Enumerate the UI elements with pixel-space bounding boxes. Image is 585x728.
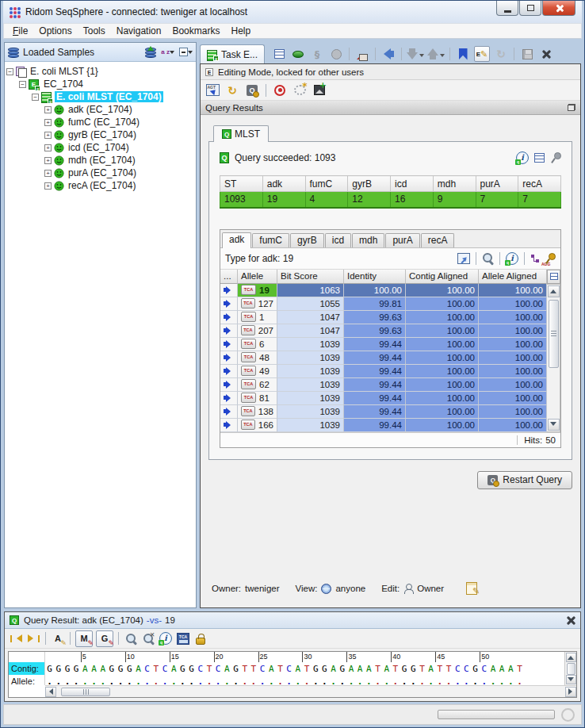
save-button[interactable] <box>519 46 535 62</box>
gene-tab-adk[interactable]: adk <box>222 232 251 248</box>
st-result-row[interactable]: 10931941216977 <box>220 192 561 208</box>
tree-item-mlst-selected[interactable]: q E. coli MLST (EC_1704) <box>6 90 194 103</box>
allele-table-scrollbar[interactable] <box>547 284 560 432</box>
scroll-up-button[interactable] <box>548 285 560 297</box>
allele-row[interactable]: TCA207104799.63100.00100.00 <box>220 324 547 338</box>
add-image-button[interactable] <box>312 82 327 98</box>
scrollbar-thumb[interactable] <box>61 688 110 696</box>
goto-arrow-icon[interactable] <box>224 367 235 375</box>
tree-item-gene[interactable]: icd (EC_1704) <box>6 141 194 154</box>
goto-arrow-icon[interactable] <box>224 286 235 294</box>
allele-col-identity[interactable]: Identity <box>344 270 406 284</box>
expander-icon[interactable] <box>44 182 52 190</box>
expander-icon[interactable] <box>19 81 26 88</box>
load-samples-icon[interactable] <box>145 48 156 57</box>
st-col-gyrB[interactable]: gyrB <box>348 176 391 192</box>
goto-arrow-icon[interactable] <box>224 394 235 402</box>
alignment-info-button[interactable]: i <box>159 631 173 646</box>
menu-item-navigation[interactable]: Navigation <box>111 25 167 37</box>
allele-row[interactable]: TCA49103999.44100.00100.00 <box>220 365 547 378</box>
expander-icon[interactable] <box>44 132 52 139</box>
goto-arrow-icon[interactable] <box>224 300 235 308</box>
target-button[interactable] <box>272 82 288 98</box>
allele-row[interactable]: TCA166103999.44100.00100.00 <box>220 419 547 432</box>
tree-item-gene[interactable]: mdh (EC_1704) <box>6 154 194 167</box>
search-button[interactable] <box>482 252 494 264</box>
globe-upload-button[interactable] <box>290 46 306 62</box>
tree-item-project[interactable]: E. coli MLST {1} <box>6 65 194 78</box>
expander-icon[interactable] <box>44 170 52 177</box>
auto-annotate-button[interactable] <box>292 82 308 98</box>
allele-row[interactable]: TCA1104799.63100.00100.00 <box>220 311 547 324</box>
st-col-recA[interactable]: recA <box>518 176 561 192</box>
tree-item-gene[interactable]: purA (EC_1704) <box>6 167 194 179</box>
gene-tab-icd[interactable]: icd <box>325 233 351 247</box>
goto-arrow-icon[interactable] <box>224 381 235 389</box>
tree-item-gene[interactable]: recA (EC_1704) <box>6 179 194 192</box>
tree-item-sample[interactable]: q EC_1704 <box>6 78 194 90</box>
gene-tab-recA[interactable]: recA <box>421 233 455 247</box>
next-bookmark-button[interactable] <box>407 46 424 62</box>
menu-item-bookmarks[interactable]: Bookmarks <box>166 25 225 37</box>
zoom-reset-button[interactable]: ✕ <box>141 631 155 646</box>
next-difference-button[interactable] <box>26 631 40 646</box>
gene-tab-gyrB[interactable]: gyrB <box>290 233 324 247</box>
export-chart-button[interactable] <box>457 253 470 264</box>
table-upload-button[interactable] <box>271 46 287 62</box>
expander-icon[interactable] <box>44 119 52 126</box>
tree-compare-button[interactable] <box>530 253 541 264</box>
trace-button[interactable]: TCA <box>241 312 256 322</box>
allele-row[interactable]: TCA62103999.44100.00100.00 <box>220 378 547 392</box>
pin-icon[interactable] <box>550 152 561 163</box>
trace-button[interactable]: TCA <box>241 406 255 416</box>
home-button[interactable] <box>354 46 370 62</box>
trace-button[interactable]: TCA <box>241 325 255 335</box>
scrollbar-thumb[interactable] <box>549 300 559 368</box>
menu-item-file[interactable]: File <box>7 25 33 37</box>
scroll-left-button[interactable] <box>45 687 56 697</box>
trace-button[interactable]: TCA <box>241 379 256 389</box>
mutation-toggle-button[interactable]: M✎ <box>75 630 93 647</box>
st-col-fumC[interactable]: fumC <box>305 176 348 192</box>
expander-icon[interactable] <box>44 157 52 164</box>
gene-tab-purA[interactable]: purA <box>385 233 419 247</box>
edit-mode-button[interactable]: E✎ <box>474 46 490 62</box>
sort-az-button[interactable]: a z <box>161 48 174 56</box>
allele-col-contigaligned[interactable]: Contig Aligned <box>406 270 479 284</box>
edit-permissions-button[interactable] <box>466 582 477 595</box>
expander-icon[interactable] <box>32 94 39 101</box>
allele-row[interactable]: TCA191063100.00100.00100.00 <box>220 284 547 297</box>
restore-panel-icon[interactable] <box>568 104 575 111</box>
trace-button[interactable]: TCA <box>241 352 256 362</box>
st-col-adk[interactable]: adk <box>262 176 305 192</box>
trace-button[interactable]: TCA <box>241 366 256 376</box>
goto-arrow-icon[interactable] <box>224 340 235 348</box>
menu-item-tools[interactable]: Tools <box>78 25 111 37</box>
menu-item-options[interactable]: Options <box>33 25 77 37</box>
query-settings-button[interactable]: Q <box>244 82 260 98</box>
tree-item-gene[interactable]: gyrB (EC_1704) <box>6 128 194 141</box>
allele-row[interactable]: TCA138103999.44100.00100.00 <box>220 405 547 419</box>
allele-row[interactable]: TCA48103999.44100.00100.00 <box>220 351 547 365</box>
st-col-purA[interactable]: purA <box>476 176 518 192</box>
refresh-button[interactable]: ↻ <box>493 46 509 62</box>
prev-bookmark-button[interactable] <box>427 46 445 62</box>
close-button[interactable] <box>542 1 575 16</box>
allele-col-[interactable]: ... <box>220 270 238 284</box>
menu-item-help[interactable]: Help <box>225 25 256 37</box>
scroll-down-button[interactable] <box>548 419 560 431</box>
st-col-ST[interactable]: ST <box>220 176 263 192</box>
trace-button[interactable]: TCA <box>241 285 256 295</box>
goto-arrow-icon[interactable] <box>224 313 235 321</box>
gene-toggle-button[interactable]: G✎ <box>96 630 113 647</box>
st-col-icd[interactable]: icd <box>391 176 434 192</box>
allele-row[interactable]: TCA127105599.81100.00100.00 <box>220 297 547 311</box>
sequence-vscrollbar[interactable] <box>564 652 576 685</box>
maximize-button[interactable] <box>519 1 541 16</box>
agg-pin-button[interactable]: AGG <box>545 253 556 264</box>
info-button[interactable]: i <box>506 252 518 265</box>
goto-arrow-icon[interactable] <box>224 408 235 416</box>
tab-mlst[interactable]: Q MLST <box>213 125 269 142</box>
zoom-in-button[interactable] <box>124 631 138 646</box>
task-entry-tab[interactable]: q Task E... <box>200 44 265 63</box>
